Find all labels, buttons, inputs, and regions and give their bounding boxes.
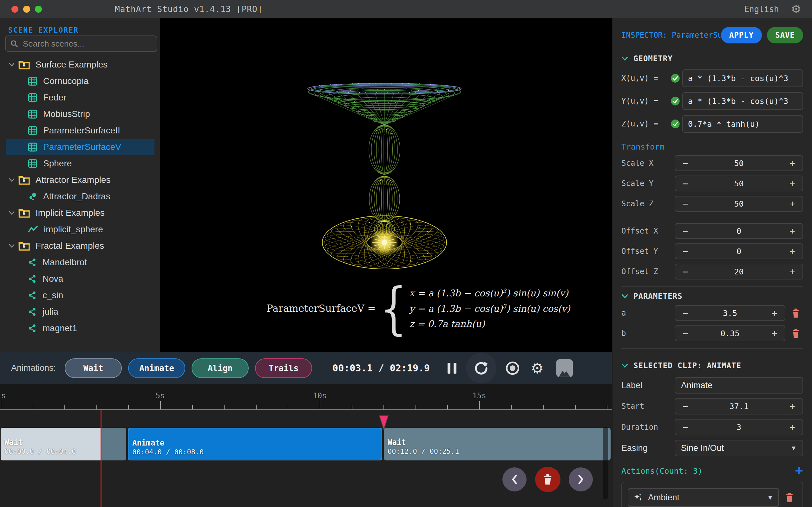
param-a-decrement[interactable]: − — [675, 308, 696, 319]
equation-line-y: y = a (1.3b − cos(u)3) sin(u) cos(v) — [409, 303, 570, 314]
tree-folder-attractor-examples[interactable]: Attractor Examples — [0, 172, 160, 188]
offset-x-value[interactable]: 0 — [696, 227, 782, 236]
minimize-window-button[interactable] — [23, 6, 30, 13]
tree-item-implicit-sphere[interactable]: implicit_sphere — [0, 221, 160, 238]
easing-select[interactable]: Sine In/Out▼ — [675, 440, 803, 456]
tree-item-sphere[interactable]: Sphere — [0, 155, 160, 172]
tree-item-parametersurfacev-selected[interactable]: ParameterSurfaceV — [6, 139, 154, 155]
scale-y-decrement[interactable]: − — [675, 178, 696, 189]
formula-y-input[interactable]: a * (1.3*b - cos(u)^3 — [682, 92, 803, 110]
tree-item-mobiusstrip[interactable]: MobiusStrip — [0, 106, 160, 122]
ruler-tick — [479, 401, 480, 409]
scale-x-increment[interactable]: + — [782, 158, 803, 169]
add-action-button[interactable]: + — [795, 464, 803, 478]
offset-z-decrement[interactable]: − — [675, 267, 696, 277]
equation-brace: { — [380, 275, 407, 341]
next-clip-button[interactable] — [569, 467, 593, 492]
clip-animate-selected[interactable]: Animate 00:04.0 / 00:08.0 — [128, 428, 382, 460]
tree-item-mandelbrot[interactable]: Mandelbrot — [0, 254, 160, 271]
tree-item-attractor-dadras[interactable]: Attractor_Dadras — [0, 188, 160, 205]
zoom-window-button[interactable] — [35, 6, 42, 13]
tree-folder-surface-examples[interactable]: Surface Examples — [0, 56, 160, 73]
start-value[interactable]: 37.1 — [696, 402, 782, 411]
playhead-line[interactable] — [101, 410, 101, 507]
close-window-button[interactable] — [11, 6, 18, 13]
ruler-tick — [256, 405, 257, 409]
tree-item-nova[interactable]: Nova — [0, 271, 160, 287]
delete-param-icon[interactable] — [789, 308, 803, 319]
clip-label-input[interactable]: Animate — [675, 377, 803, 394]
chevron-down-icon[interactable] — [8, 244, 16, 248]
offset-y-value[interactable]: 0 — [696, 247, 782, 256]
add-trails-clip-button[interactable]: Trails — [255, 358, 312, 378]
parameters-section-header[interactable]: PARAMETERS — [621, 292, 803, 301]
settings-gear-icon[interactable]: ⚙ — [791, 3, 801, 15]
chevron-down-icon[interactable] — [8, 62, 16, 67]
timeline-ruler[interactable]: s 5s 10s 15s — [0, 384, 612, 410]
language-selector[interactable]: English — [744, 4, 779, 14]
geometry-section-header[interactable]: GEOMETRY — [621, 54, 803, 63]
tree-item-cornucopia[interactable]: Cornucopia — [0, 73, 160, 89]
clip-wait-2[interactable]: Wait 00:12.0 / 00:25.1 — [384, 428, 611, 460]
tree-item-c-sin[interactable]: c_sin — [0, 287, 160, 303]
offset-z-increment[interactable]: + — [782, 267, 803, 277]
offset-z-value[interactable]: 20 — [696, 267, 782, 276]
delete-param-icon[interactable] — [789, 328, 803, 339]
scale-z-value[interactable]: 50 — [696, 199, 782, 209]
snapshot-button[interactable] — [556, 359, 573, 377]
action-type-select[interactable]: Ambient ▼ — [628, 488, 779, 507]
timeline-settings-icon[interactable]: ⚙ — [531, 361, 544, 376]
clip-boundary-marker[interactable] — [378, 415, 389, 430]
save-button[interactable]: SAVE — [767, 27, 803, 43]
param-b-value[interactable]: 0.35 — [696, 329, 764, 338]
param-a-value[interactable]: 3.5 — [696, 308, 764, 318]
duration-decrement[interactable]: − — [675, 422, 696, 433]
param-b-decrement[interactable]: − — [675, 328, 696, 339]
pause-button[interactable] — [448, 363, 456, 374]
duration-value[interactable]: 3 — [696, 423, 782, 432]
previous-clip-button[interactable] — [502, 467, 526, 492]
tree-item-julia[interactable]: julia — [0, 303, 160, 320]
scale-x-decrement[interactable]: − — [675, 158, 696, 169]
apply-button[interactable]: APPLY — [721, 27, 762, 43]
add-align-clip-button[interactable]: Align — [192, 358, 249, 378]
start-increment[interactable]: + — [782, 401, 803, 412]
scene-search-box[interactable] — [5, 36, 157, 52]
selected-clip-section-header[interactable]: SELECTED CLIP: ANIMATE — [621, 361, 803, 370]
restart-button[interactable] — [466, 353, 496, 383]
start-decrement[interactable]: − — [675, 401, 696, 412]
tree-item-parametersurfaceii[interactable]: ParameterSurfaceII — [0, 122, 160, 139]
delete-action-icon[interactable] — [782, 492, 797, 503]
scale-y-value[interactable]: 50 — [696, 179, 782, 188]
timeline-scrollbar[interactable] — [603, 427, 608, 499]
param-b-increment[interactable]: + — [764, 328, 785, 339]
tree-item-magnet1[interactable]: magnet1 — [0, 320, 160, 337]
tree-folder-implicit-examples[interactable]: Implicit Examples — [0, 205, 160, 221]
record-button[interactable] — [506, 361, 519, 375]
equation-line-z: z = 0.7a tanh(u) — [409, 318, 570, 329]
scale-z-increment[interactable]: + — [782, 199, 803, 209]
chevron-down-icon[interactable] — [8, 211, 16, 215]
search-input[interactable] — [22, 39, 152, 49]
formula-x-input[interactable]: a * (1.3*b - cos(u)^3 — [682, 69, 803, 87]
chevron-down-icon[interactable] — [8, 178, 16, 182]
offset-x-decrement[interactable]: − — [675, 226, 696, 236]
offset-y-increment[interactable]: + — [782, 246, 803, 257]
add-wait-clip-button[interactable]: Wait — [65, 358, 122, 378]
param-a-increment[interactable]: + — [764, 308, 785, 319]
scale-x-value[interactable]: 50 — [696, 159, 782, 168]
scene-explorer-header: SCENE EXPLORER — [8, 26, 160, 34]
render-viewport[interactable]: ParameterSurfaceV = { x = a (1.3b − cos(… — [160, 18, 612, 352]
delete-clip-button[interactable] — [535, 467, 560, 492]
scale-y-increment[interactable]: + — [782, 178, 803, 189]
add-animate-clip-button[interactable]: Animate — [128, 358, 185, 378]
duration-increment[interactable]: + — [782, 422, 803, 433]
clip-start-stepper: −37.1+ — [675, 398, 803, 414]
tree-folder-fractal-examples[interactable]: Fractal Examples — [0, 238, 160, 254]
tree-item-feder[interactable]: Feder — [0, 89, 160, 106]
formula-z-input[interactable]: 0.7*a * tanh(u) — [682, 115, 803, 133]
clip-wait-1[interactable]: Wait 00:00.0 / 00:04.0 — [1, 428, 126, 460]
scale-z-decrement[interactable]: − — [675, 199, 696, 209]
offset-x-increment[interactable]: + — [782, 226, 803, 236]
offset-y-decrement[interactable]: − — [675, 246, 696, 257]
